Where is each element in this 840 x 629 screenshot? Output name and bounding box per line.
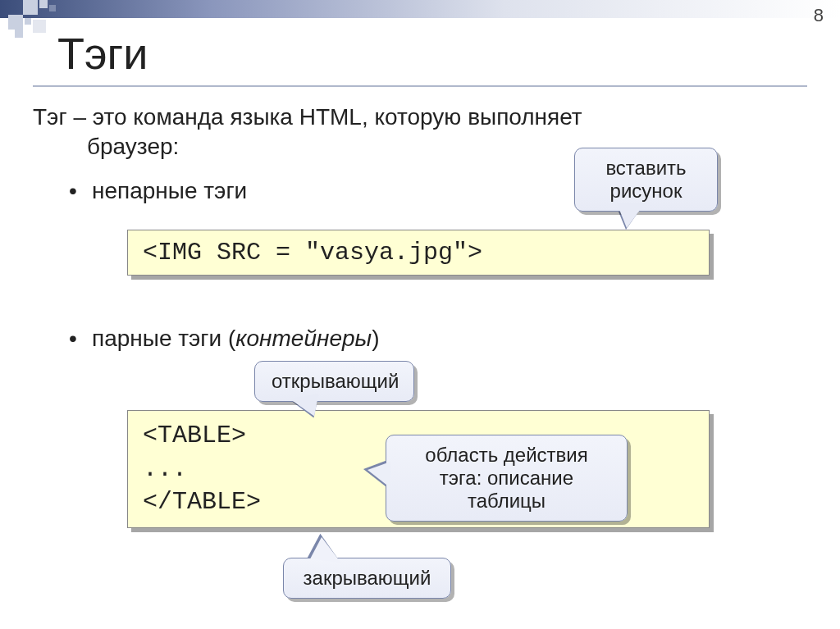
code-line: <TABLE>	[143, 422, 246, 449]
page-number: 8	[814, 5, 824, 26]
bullet-unpaired-tags: непарные тэги	[92, 176, 247, 206]
callout-line: рисунок	[610, 180, 682, 202]
code-example-img: <IMG SRC = "vasya.jpg">	[127, 230, 710, 276]
callout-tag-scope: область действия тэга: описание таблицы	[386, 435, 628, 522]
callout-opening-tag: открывающий	[254, 361, 414, 402]
bullet-marker: •	[69, 324, 77, 353]
slide-title: Тэги	[57, 28, 148, 79]
text-fragment: парные тэги (	[92, 326, 235, 351]
definition-line2: браузер:	[87, 134, 179, 159]
code-line: ...	[143, 455, 187, 483]
definition-line1: Тэг – это команда языка HTML, которую вы…	[33, 104, 582, 130]
callout-line: тэга: описание	[440, 467, 573, 489]
callout-line: вставить	[605, 157, 686, 179]
code-line: </TABLE>	[143, 488, 261, 516]
title-underline	[33, 85, 807, 87]
text-fragment: )	[372, 326, 379, 351]
callout-insert-image: вставить рисунок	[574, 148, 718, 212]
callout-line: таблицы	[468, 490, 546, 512]
callout-closing-tag: закрывающий	[283, 558, 451, 599]
slide-header-bar	[0, 0, 840, 18]
text-fragment-italic: контейнеры	[235, 326, 372, 351]
bullet-paired-tags: парные тэги (контейнеры)	[92, 324, 379, 353]
bullet-marker: •	[69, 176, 77, 206]
callout-line: область действия	[425, 444, 587, 466]
